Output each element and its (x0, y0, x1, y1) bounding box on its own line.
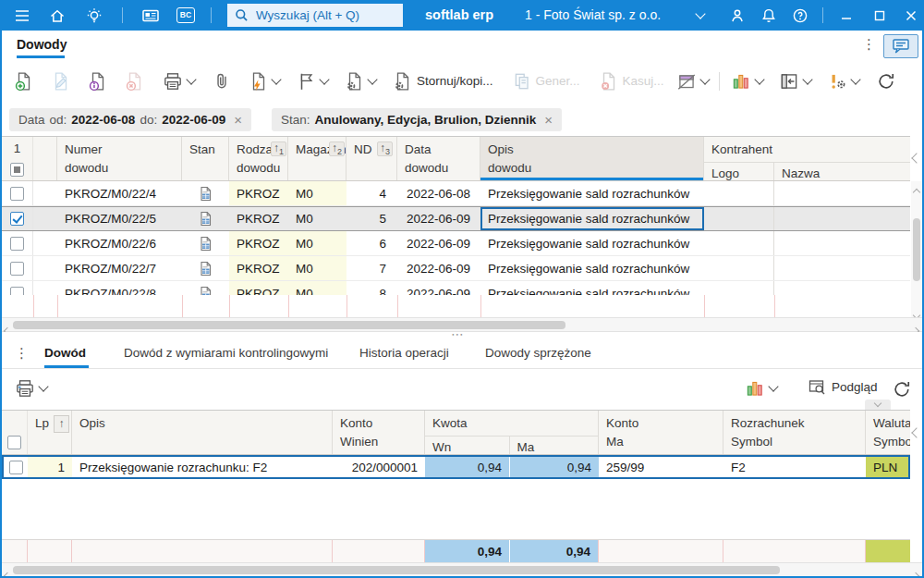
column-header-nd[interactable]: ND ↑3 (346, 137, 397, 180)
detail-chart-button[interactable] (739, 375, 782, 402)
column-header-rodzaj[interactable]: Rodzajdowodu ↑1 (229, 137, 288, 180)
horizontal-scrollbar[interactable] (2, 562, 922, 577)
podglad-button[interactable]: Podgląd (808, 378, 878, 396)
chart-button[interactable] (725, 68, 768, 95)
column-header-logo[interactable]: Logo (704, 163, 774, 180)
hamburger-menu-icon[interactable] (11, 4, 33, 27)
detail-table-row-selected[interactable]: 1 Przeksięgowanie rozrachunku: F2 202/00… (2, 455, 910, 479)
tab-historia-operacji[interactable]: Historia operacji (359, 346, 449, 360)
select-all-checkbox[interactable] (7, 436, 21, 449)
refresh-button[interactable] (871, 68, 901, 95)
tab-dowod-wymiary[interactable]: Dowód z wymiarami kontrolingowymi (124, 346, 328, 360)
filter-off-button[interactable] (671, 68, 713, 95)
column-header-konto-winien[interactable]: KontoWinien (333, 411, 425, 454)
column-header-opis[interactable]: Opis (72, 411, 333, 454)
scroll-left-icon[interactable] (5, 568, 10, 578)
stornuj-button[interactable]: Stornuj/kopi... (388, 68, 498, 95)
column-header-wn[interactable]: Wn (425, 437, 510, 454)
table-row[interactable]: PKROZ/M0/22/4 PKROZ M0 4 2022-06-08 Prze… (2, 181, 910, 206)
column-header-numer[interactable]: Numerdowodu (57, 137, 182, 180)
new-document-button[interactable] (9, 68, 39, 95)
scrollbar-thumb[interactable] (913, 218, 920, 281)
column-header-konto-ma[interactable]: KontoMa (599, 411, 723, 454)
column-header-nazwa[interactable]: Nazwa (774, 163, 910, 180)
column-header-rozrachunek[interactable]: RozrachunekSymbol (723, 411, 866, 454)
column-header-data[interactable]: Datadowodu (397, 137, 480, 180)
select-all-header[interactable]: 1 (2, 137, 33, 180)
filter-chip-stan[interactable]: Stan: Anulowany, Edycja, Brulion, Dzienn… (272, 108, 562, 131)
panel-splitter[interactable]: ⋯ (2, 332, 922, 338)
detail-refresh-button[interactable] (887, 375, 917, 403)
row-checkbox[interactable] (10, 237, 24, 251)
filter-off-icon (675, 71, 698, 92)
column-header-lp[interactable]: Lp↑ (28, 411, 72, 454)
scrollbar-thumb[interactable] (13, 321, 565, 329)
detail-select-all-header[interactable] (2, 411, 28, 454)
tab-options-kebab[interactable]: ⋮ (862, 37, 876, 51)
column-header-stan[interactable]: Stan (182, 137, 229, 180)
scroll-right-icon[interactable] (913, 568, 918, 578)
row-checkbox[interactable] (10, 187, 24, 201)
company-chevron-down-icon[interactable] (693, 4, 708, 27)
column-group-kwota[interactable]: Kwota Wn Ma (425, 411, 599, 454)
company-selector[interactable]: 1 - Foto Świat sp. z o.o. (525, 7, 661, 22)
table-row[interactable]: PKROZ/M0/22/6 PKROZ M0 6 2022-06-09 Prze… (2, 231, 910, 256)
column-header-magazyn[interactable]: Magazyn ↑2 (288, 137, 346, 180)
detail-options-kebab[interactable]: ⋮ (15, 346, 29, 360)
column-group-kontrahent[interactable]: Kontrahent Logo Nazwa (704, 137, 910, 180)
chip-value: Anulowany, Edycja, Brulion, Dziennik (315, 113, 537, 127)
table-row[interactable]: PKROZ/M0/22/8 PKROZ M0 8 2022-06-09 Prze… (2, 281, 910, 295)
scrollbar-thumb[interactable] (13, 566, 780, 574)
column-header-opis[interactable]: Opisdowodu (480, 137, 704, 180)
document-status-icon (198, 211, 213, 227)
filter-chip-data[interactable]: Data od: 2022-06-08 do: 2022-06-09 × (9, 108, 251, 131)
user-icon[interactable] (726, 4, 748, 27)
column-header-ma[interactable]: Ma (510, 437, 598, 454)
row-counter: 1 (2, 137, 32, 158)
help-icon[interactable] (789, 4, 811, 27)
chip-close-icon[interactable]: × (544, 112, 553, 128)
document-operations-button[interactable] (340, 68, 381, 95)
search-input[interactable] (254, 7, 396, 23)
bc-module-icon[interactable]: BC (174, 4, 198, 27)
row-checkbox[interactable] (10, 262, 24, 276)
table-row[interactable]: PKROZ/M0/22/7 PKROZ M0 7 2022-06-09 Prze… (2, 256, 910, 281)
collapse-panel-chevron-icon[interactable] (913, 425, 920, 439)
tab-dowody[interactable]: Dowody (17, 37, 67, 52)
row-checkbox[interactable] (10, 287, 24, 296)
collapse-panel-chevron-icon[interactable] (913, 151, 920, 165)
comments-button[interactable] (883, 34, 918, 58)
chip-close-icon[interactable]: × (234, 112, 242, 128)
sort-badge-1: ↑1 (271, 141, 286, 156)
attachments-button[interactable] (207, 68, 237, 95)
document-actions-button[interactable] (244, 68, 285, 95)
idea-bulb-icon[interactable] (83, 4, 105, 27)
news-icon[interactable] (139, 4, 163, 27)
global-search[interactable] (227, 4, 403, 27)
select-all-checkbox[interactable] (10, 163, 24, 177)
scroll-up-icon[interactable] (914, 184, 919, 198)
print-button[interactable] (157, 68, 200, 95)
detail-tab-bar: ⋮ Dowód Dowód z wymiarami kontrolingowym… (2, 338, 922, 369)
table-row-selected[interactable]: PKROZ/M0/22/5 PKROZ M0 5 2022-06-09 Prze… (2, 206, 910, 231)
warnings-button[interactable] (821, 68, 864, 95)
row-checkbox[interactable] (10, 212, 24, 226)
detail-print-button[interactable] (9, 375, 52, 402)
column-header-waluta[interactable]: WalutaSymbol (866, 411, 910, 454)
cell-opis-focused[interactable]: Przeksięgowanie sald rozrachunków (480, 207, 704, 230)
tab-dowod[interactable]: Dowód (44, 346, 86, 360)
home-icon[interactable] (46, 4, 68, 27)
vertical-scrollbar[interactable] (911, 181, 922, 317)
cell-konto-ma: 259/99 (599, 457, 723, 477)
minimize-button[interactable] (835, 4, 857, 27)
maximize-button[interactable] (869, 4, 891, 27)
tab-dowody-sprzezone[interactable]: Dowody sprzężone (485, 346, 591, 360)
row-checkbox[interactable] (9, 461, 23, 474)
close-button[interactable] (900, 4, 922, 27)
flag-button[interactable] (292, 68, 333, 95)
panel-layout-button[interactable] (773, 68, 816, 95)
collapse-panel-button[interactable] (865, 400, 891, 410)
document-status-icon (198, 236, 213, 252)
notifications-bell-icon[interactable] (758, 4, 780, 27)
document-info-button[interactable] (83, 68, 113, 95)
